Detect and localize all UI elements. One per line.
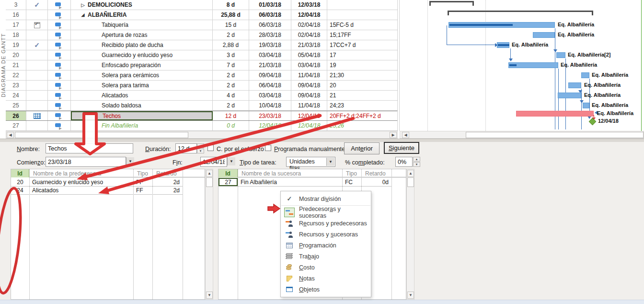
predecessors-cell[interactable]: 21: [327, 91, 398, 100]
table-row[interactable]: 27 Fin Albañilería 0 d 12/04/18 12/04/18…: [6, 121, 397, 131]
task-name-cell[interactable]: Techos: [71, 111, 213, 120]
start-date-cell[interactable]: 12/04/18: [249, 121, 291, 130]
column-header-type[interactable]: Tipo: [342, 169, 361, 177]
gantt-bar[interactable]: [497, 42, 509, 48]
duration-cell[interactable]: 8 d: [213, 0, 249, 10]
scroll-down-button[interactable]: ▼: [407, 292, 414, 299]
start-date-cell[interactable]: 28/03/18: [249, 30, 291, 40]
summary-bar-albanileria[interactable]: [448, 11, 593, 15]
start-date-cell[interactable]: 23/03/18: [249, 111, 291, 120]
expander-icon[interactable]: ◢: [80, 12, 85, 17]
table-row[interactable]: 16 ◢ALBAÑILERIA 25,88 d 06/03/18 12/04/1…: [6, 10, 397, 20]
start-date-cell[interactable]: 01/03/18: [249, 0, 291, 10]
dep-id-cell[interactable]: 20: [11, 178, 29, 186]
task-name-cell[interactable]: Solera para tarima: [71, 81, 213, 90]
finish-date-cell[interactable]: 12/04/18: [291, 10, 327, 20]
row-id-cell[interactable]: 20: [6, 50, 26, 60]
table-row[interactable]: 21 Enfoscado preparación 7 d 21/03/18 03…: [6, 60, 397, 70]
dep-lag-cell[interactable]: 0d: [361, 178, 391, 186]
dep-name-cell[interactable]: Fin Albañilería: [238, 178, 342, 186]
predecessors-cell[interactable]: 17CC+7 d: [327, 40, 398, 50]
task-name-cell[interactable]: ▷DEMOLICIONES: [71, 0, 213, 10]
row-id-cell[interactable]: 27: [6, 121, 26, 130]
predecessors-cell[interactable]: 20: [327, 81, 398, 90]
dep-type-cell[interactable]: FF: [133, 178, 152, 186]
context-menu-item[interactable]: Predecesoras y sucesoras: [281, 207, 371, 218]
task-name-cell[interactable]: ◢ALBAÑILERIA: [71, 10, 213, 20]
predecessors-cell[interactable]: 21;30: [327, 70, 398, 80]
finish-date-cell[interactable]: 12/04/18: [291, 121, 327, 130]
next-button[interactable]: Siguiente: [384, 142, 419, 154]
column-header-id[interactable]: Id: [11, 169, 29, 177]
start-date-cell[interactable]: 03/04/18: [249, 91, 291, 100]
gantt-bar[interactable]: [508, 62, 558, 68]
context-menu-item[interactable]: Programación: [281, 240, 371, 251]
gantt-bar[interactable]: [448, 22, 555, 28]
context-menu-item[interactable]: Objetos: [281, 284, 371, 295]
gantt-bar[interactable]: [558, 93, 581, 98]
predecessors-cell[interactable]: [327, 10, 398, 20]
table-h-scrollbar[interactable]: ◀ ▶: [6, 131, 398, 139]
column-header-id[interactable]: Id: [218, 169, 238, 177]
table-row[interactable]: 18 Apertura de rozas 2 d 28/03/18 02/04/…: [6, 30, 397, 40]
dep-lag-cell[interactable]: 2d: [152, 186, 183, 194]
start-date-cell[interactable]: 19/03/18: [249, 40, 291, 50]
finish-date-cell[interactable]: 09/04/18: [291, 91, 327, 100]
task-name-cell[interactable]: Solera para cerámicos: [71, 70, 213, 80]
scroll-right-button[interactable]: ▶: [390, 132, 397, 138]
gantt-h-scrollbar[interactable]: ◀: [400, 131, 644, 139]
row-id-cell[interactable]: 21: [6, 60, 26, 70]
predecessors-cell[interactable]: [327, 0, 398, 10]
gantt-bar[interactable]: [581, 72, 589, 78]
duration-cell[interactable]: 15 d: [213, 20, 249, 30]
task-name-cell[interactable]: Recibido plato de ducha: [71, 40, 213, 50]
start-date-cell[interactable]: 06/03/18: [249, 10, 291, 20]
expander-icon[interactable]: ▷: [80, 2, 85, 8]
duration-cell[interactable]: 7 d: [213, 60, 249, 70]
pane-splitter[interactable]: [0, 139, 644, 142]
row-id-cell[interactable]: 26: [6, 111, 26, 120]
start-date-cell[interactable]: 03/04/18: [249, 50, 291, 60]
finish-date-dropdown[interactable]: ▼: [227, 157, 235, 165]
duration-cell[interactable]: 4 d: [213, 91, 249, 100]
scroll-thumb[interactable]: [206, 177, 213, 187]
finish-date-cell[interactable]: 02/04/18: [291, 20, 327, 30]
predecessors-cell[interactable]: 24;23: [327, 101, 398, 110]
dependency-row[interactable]: 20Guarnecido y enlucido yesoFF2d: [11, 178, 183, 186]
manually-scheduled-checkbox[interactable]: [265, 145, 271, 151]
duration-cell[interactable]: 2 d: [213, 70, 249, 80]
finish-date-cell[interactable]: 03/04/18: [291, 60, 327, 70]
finish-date-cell[interactable]: 21/03/18: [291, 40, 327, 50]
finish-date-cell[interactable]: 02/04/18: [291, 30, 327, 40]
table-row[interactable]: 3 ✓ ▷DEMOLICIONES 8 d 01/03/18 12/03/18: [6, 0, 397, 10]
predecessors-cell[interactable]: 20FF+2 d;24FF+2 d: [327, 111, 398, 120]
context-menu-item[interactable]: Recursos y predecesoras: [281, 218, 371, 229]
gantt-bar[interactable]: [556, 52, 565, 58]
finish-date-cell[interactable]: 11/04/18: [291, 70, 327, 80]
column-header-name[interactable]: Nombre de la predecesora: [29, 169, 133, 177]
duration-input[interactable]: [175, 143, 197, 153]
table-row[interactable]: 25 Solado baldosa 2 d 10/04/18 11/04/18 …: [6, 101, 397, 111]
successors-v-scrollbar[interactable]: ▲ ▼: [406, 169, 414, 300]
duration-cell[interactable]: 2 d: [213, 101, 249, 110]
finish-date-cell[interactable]: 12/04/18: [291, 111, 327, 120]
gantt-bar[interactable]: [533, 32, 555, 38]
predecessors-cell[interactable]: 17: [327, 50, 398, 60]
finish-date-cell[interactable]: 11/04/18: [291, 101, 327, 110]
table-row[interactable]: 23 Solera para tarima 2 d 06/04/18 09/04…: [6, 81, 397, 91]
row-id-cell[interactable]: 16: [6, 10, 26, 20]
dep-lag-cell[interactable]: 2d: [152, 178, 183, 186]
percent-complete-spinner[interactable]: ▲▼: [413, 157, 420, 167]
finish-date-input[interactable]: [200, 157, 227, 167]
table-row[interactable]: 26 Techos 12 d 23/03/18 12/04/18 20FF+2 …: [6, 111, 397, 121]
scroll-left-button[interactable]: ◀: [402, 132, 409, 138]
task-name-cell[interactable]: Fin Albañilería: [71, 121, 213, 130]
duration-spinner[interactable]: ▲▼: [197, 143, 204, 153]
finish-date-cell[interactable]: 05/04/18: [291, 50, 327, 60]
table-row[interactable]: 20 Guarnecido y enlucido yeso 3 d 03/04/…: [6, 50, 397, 60]
dep-id-cell[interactable]: 27: [218, 178, 238, 186]
task-name-cell[interactable]: Enfoscado preparación: [71, 60, 213, 70]
row-id-cell[interactable]: 24: [6, 91, 26, 100]
duration-cell[interactable]: 0 d: [213, 121, 249, 130]
start-date-dropdown[interactable]: ▼: [126, 157, 134, 165]
